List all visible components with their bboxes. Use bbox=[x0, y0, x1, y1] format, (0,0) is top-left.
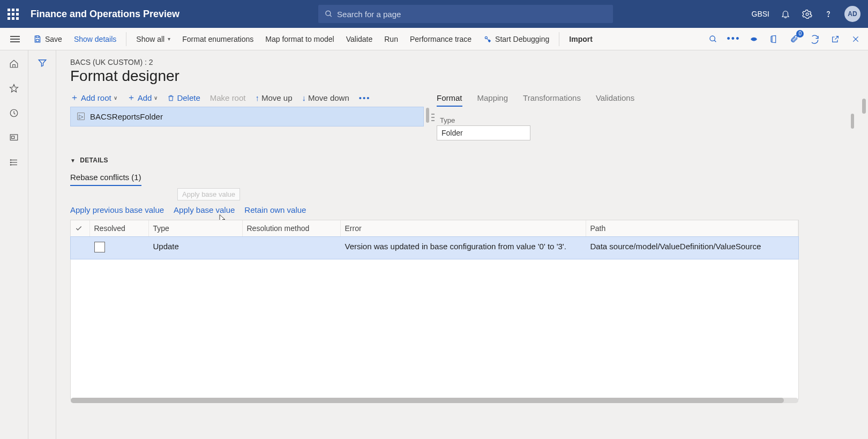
office-icon[interactable] bbox=[768, 33, 780, 45]
help-icon[interactable] bbox=[823, 9, 834, 19]
save-icon bbox=[33, 35, 42, 43]
attachments-icon[interactable]: 0 bbox=[789, 33, 800, 45]
more-tree-actions-icon[interactable]: ••• bbox=[359, 93, 371, 102]
apply-base-value-button[interactable]: Apply base value bbox=[174, 205, 235, 214]
svg-point-0 bbox=[326, 11, 331, 16]
arrow-up-icon: ↑ bbox=[255, 93, 259, 102]
run-button[interactable]: Run bbox=[379, 32, 403, 47]
search-input[interactable] bbox=[337, 10, 607, 19]
tab-mapping[interactable]: Mapping bbox=[477, 93, 508, 107]
col-path[interactable]: Path bbox=[586, 220, 798, 237]
checkbox[interactable] bbox=[94, 242, 105, 252]
move-up-button[interactable]: ↑Move up bbox=[255, 93, 292, 102]
vertical-scrollbar[interactable] bbox=[862, 99, 866, 114]
svg-rect-5 bbox=[36, 39, 39, 41]
splitter-handle[interactable] bbox=[426, 108, 429, 123]
pane-grip-icon[interactable] bbox=[431, 114, 435, 121]
close-icon[interactable] bbox=[850, 33, 862, 45]
popout-icon[interactable] bbox=[829, 33, 841, 45]
star-icon[interactable] bbox=[8, 83, 20, 94]
main-content: BACS (UK CUSTOM) : 2 Format designer ＋Ad… bbox=[56, 50, 868, 439]
separator bbox=[126, 32, 126, 46]
workspace-icon[interactable] bbox=[8, 132, 20, 144]
app-title: Finance and Operations Preview bbox=[31, 9, 179, 20]
svg-rect-4 bbox=[36, 36, 39, 38]
horizontal-scrollbar[interactable] bbox=[71, 398, 798, 403]
svg-point-17 bbox=[10, 160, 11, 161]
svg-line-1 bbox=[330, 15, 331, 17]
dataverse-icon[interactable] bbox=[748, 33, 760, 45]
col-error[interactable]: Error bbox=[340, 220, 586, 237]
svg-rect-13 bbox=[12, 136, 14, 139]
retain-own-value-button[interactable]: Retain own value bbox=[244, 205, 306, 214]
recent-icon[interactable] bbox=[8, 107, 20, 119]
gear-icon[interactable] bbox=[802, 9, 812, 19]
conflicts-grid: Resolved Type Resolution method Error Pa… bbox=[70, 220, 799, 399]
performance-trace-button[interactable]: Performance trace bbox=[405, 32, 477, 47]
delete-button[interactable]: Delete bbox=[167, 93, 200, 102]
prop-type-value[interactable]: Folder bbox=[437, 125, 530, 140]
global-search[interactable] bbox=[318, 5, 613, 23]
cell-resolved[interactable] bbox=[89, 237, 148, 259]
right-scrollbar[interactable] bbox=[851, 114, 854, 129]
add-root-button[interactable]: ＋Add root∨ bbox=[70, 92, 117, 103]
search-icon bbox=[325, 10, 333, 18]
cell-path: Data source/model/ValueDefinition/ValueS… bbox=[586, 237, 798, 259]
conflict-actions: Apply base value Apply previous base val… bbox=[70, 205, 858, 214]
table-row[interactable]: Update Version was updated in base confi… bbox=[71, 237, 798, 259]
refresh-icon[interactable] bbox=[809, 33, 821, 45]
property-tabs: Format Mapping Transformations Validatio… bbox=[437, 93, 858, 107]
attachments-badge: 0 bbox=[796, 30, 804, 38]
svg-line-8 bbox=[714, 40, 716, 42]
page-title: Format designer bbox=[70, 68, 858, 85]
make-root-button: Make root bbox=[210, 93, 246, 102]
tooltip: Apply base value bbox=[177, 188, 240, 200]
filter-column bbox=[28, 50, 56, 439]
grid-header-row: Resolved Type Resolution method Error Pa… bbox=[71, 220, 798, 237]
select-all-header[interactable] bbox=[71, 220, 89, 237]
check-icon bbox=[75, 225, 83, 232]
details-section: ▼ DETAILS Rebase conflicts (1) Apply bas… bbox=[70, 157, 858, 399]
search-command-icon[interactable] bbox=[707, 33, 719, 45]
bell-icon[interactable] bbox=[780, 9, 791, 19]
apply-previous-base-value-button[interactable]: Apply previous base value bbox=[70, 205, 164, 214]
col-resolved[interactable]: Resolved bbox=[89, 220, 148, 237]
format-enumerations-button[interactable]: Format enumerations bbox=[177, 32, 259, 47]
show-all-button[interactable]: Show all▾ bbox=[131, 32, 176, 47]
save-button[interactable]: Save bbox=[28, 32, 68, 47]
cell-method bbox=[242, 237, 340, 259]
filter-icon[interactable] bbox=[38, 58, 47, 439]
nav-toggle-icon[interactable] bbox=[6, 36, 24, 42]
col-type[interactable]: Type bbox=[148, 220, 242, 237]
user-avatar[interactable]: AD bbox=[844, 6, 860, 22]
more-commands-icon[interactable]: ••• bbox=[728, 33, 739, 45]
tab-rebase-conflicts[interactable]: Rebase conflicts (1) bbox=[70, 173, 141, 186]
tab-format[interactable]: Format bbox=[437, 93, 462, 107]
move-down-button[interactable]: ↓Move down bbox=[302, 93, 349, 102]
show-details-button[interactable]: Show details bbox=[69, 32, 122, 47]
svg-point-7 bbox=[710, 36, 715, 41]
expand-caret-icon[interactable]: ▷ bbox=[77, 113, 85, 120]
arrow-down-icon: ↓ bbox=[302, 93, 306, 102]
tree-node-label: BACSReportsFolder bbox=[90, 112, 163, 121]
tab-transformations[interactable]: Transformations bbox=[523, 93, 581, 107]
tree-pane: ＋Add root∨ ＋Add∨ Delete Make root ↑Move … bbox=[70, 92, 424, 140]
validate-button[interactable]: Validate bbox=[341, 32, 378, 47]
svg-point-18 bbox=[10, 162, 11, 163]
prop-type-label: Type bbox=[440, 116, 858, 124]
map-format-button[interactable]: Map format to model bbox=[260, 32, 339, 47]
home-icon[interactable] bbox=[8, 58, 20, 70]
properties-pane: Format Mapping Transformations Validatio… bbox=[437, 92, 858, 140]
col-method[interactable]: Resolution method bbox=[242, 220, 340, 237]
app-launcher-icon[interactable] bbox=[8, 9, 19, 20]
modules-icon[interactable] bbox=[8, 157, 20, 168]
tab-validations[interactable]: Validations bbox=[596, 93, 634, 107]
debug-icon bbox=[483, 35, 492, 43]
details-toggle[interactable]: ▼ DETAILS bbox=[70, 157, 858, 164]
start-debugging-button[interactable]: Start Debugging bbox=[478, 32, 555, 47]
import-button[interactable]: Import bbox=[564, 32, 598, 47]
top-bar: Finance and Operations Preview GBSI AD bbox=[0, 0, 868, 28]
tree-node-root[interactable]: ▷ BACSReportsFolder bbox=[70, 107, 424, 127]
add-button[interactable]: ＋Add∨ bbox=[127, 92, 158, 103]
company-code[interactable]: GBSI bbox=[752, 10, 769, 18]
